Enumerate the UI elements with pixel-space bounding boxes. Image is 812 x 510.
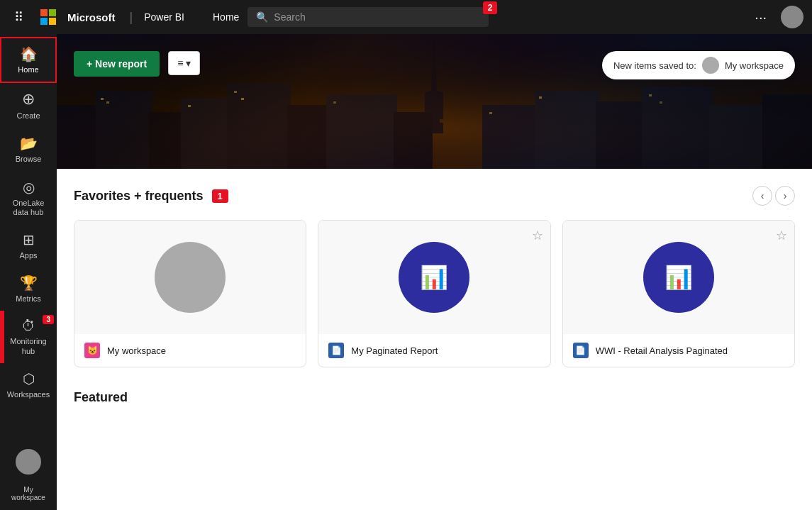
favorites-header: Favorites + frequents 1 ‹ › [74, 186, 795, 206]
card-my-workspace[interactable]: 😺 My workspace [74, 220, 306, 367]
card-type-icon-report: 📄 [573, 343, 589, 358]
my-workspace-label: My workspace [11, 486, 45, 501]
card-thumbnail [74, 221, 306, 334]
search-bar: 🔍 2 [248, 7, 489, 27]
featured-title: Featured [74, 390, 128, 404]
next-arrow-button[interactable]: › [775, 186, 795, 206]
sidebar-item-browse[interactable]: 📂 Browse [0, 128, 57, 171]
sidebar-item-monitoring[interactable]: ⏱ Monitoring hub 3 [0, 311, 57, 362]
sidebar-item-workspaces[interactable]: ⬡ Workspaces [0, 363, 57, 406]
top-nav: ⠿ Microsoft | Power BI Home 🔍 2 ··· [0, 0, 812, 34]
report-circle: 📊 [399, 242, 469, 313]
workspace-circle [155, 242, 226, 313]
nav-location: Home [213, 11, 239, 23]
badge-2: 2 [483, 1, 498, 14]
sidebar-item-home[interactable]: 🏠 Home [0, 37, 57, 83]
card-thumbnail: ☆ 📊 [563, 221, 794, 334]
card-footer: 📄 My Paginated Report [318, 334, 550, 367]
home-icon: 🏠 [20, 45, 38, 62]
star-button[interactable]: ☆ [532, 228, 543, 243]
metrics-icon: 🏆 [20, 275, 38, 292]
card-wwi-retail[interactable]: ☆ 📊 📄 WWI - Retail Analysis Paginated [562, 220, 795, 367]
sidebar-item-metrics[interactable]: 🏆 Metrics [0, 267, 57, 311]
filter-chevron: ▾ [186, 57, 191, 69]
report-icon: 📊 [420, 264, 448, 291]
sidebar: 🏠 Home ⊕ Create 📂 Browse ◎ OneLake data … [0, 34, 57, 510]
waffle-icon[interactable]: ⠿ [9, 6, 29, 28]
onelake-icon: ◎ [23, 179, 35, 196]
sidebar-item-create[interactable]: ⊕ Create [0, 83, 57, 128]
card-footer: 📄 WWI - Retail Analysis Paginated [563, 334, 794, 367]
prev-arrow-button[interactable]: ‹ [752, 186, 772, 206]
hero-actions: + New report ≡ ▾ New items saved to: My … [57, 34, 812, 169]
star-button[interactable]: ☆ [776, 228, 787, 243]
filter-icon: ≡ [177, 57, 183, 69]
workspaces-icon: ⬡ [23, 370, 35, 387]
browse-icon: 📂 [20, 135, 38, 152]
monitoring-icon: ⏱ [21, 318, 35, 334]
new-report-button[interactable]: + New report [74, 51, 160, 77]
card-footer: 😺 My workspace [74, 334, 306, 367]
user-avatar[interactable] [781, 6, 803, 28]
product-text: Power BI [144, 11, 184, 23]
workspace-name: My workspace [725, 60, 784, 71]
monitoring-badge-count: 3 [43, 315, 54, 324]
card-paginated-report[interactable]: ☆ 📊 📄 My Paginated Report [318, 220, 550, 367]
filter-button[interactable]: ≡ ▾ [168, 51, 200, 75]
apps-icon: ⊞ [23, 231, 35, 248]
create-icon: ⊕ [22, 90, 35, 109]
workspace-badge[interactable]: New items saved to: My workspace [602, 51, 795, 79]
card-name: WWI - Retail Analysis Paginated [596, 345, 728, 356]
report-circle: 📊 [643, 242, 714, 313]
more-options-button[interactable]: ··· [749, 6, 772, 28]
report-icon: 📊 [664, 264, 693, 291]
favorites-badge: 1 [212, 189, 228, 203]
microsoft-logo [40, 9, 56, 25]
card-type-icon-report: 📄 [328, 343, 344, 358]
nav-arrows: ‹ › [752, 186, 795, 206]
workspace-dot [702, 57, 719, 74]
workspace-saved-text: New items saved to: [613, 60, 696, 71]
my-workspace-avatar[interactable]: My workspace [11, 449, 45, 501]
search-icon: 🔍 [256, 11, 268, 23]
content-area: Favorites + frequents 1 ‹ › 😺 My workspa… [57, 169, 812, 422]
card-name: My workspace [107, 345, 166, 356]
card-name: My Paginated Report [351, 345, 438, 356]
favorites-title: Favorites + frequents [74, 189, 204, 204]
main-content: + New report ≡ ▾ New items saved to: My … [57, 34, 812, 510]
favorites-cards: 😺 My workspace ☆ 📊 📄 My Pagina [74, 220, 795, 367]
hero-banner: + New report ≡ ▾ New items saved to: My … [57, 34, 812, 169]
brand-text: Microsoft [67, 11, 116, 23]
featured-section: Featured [74, 390, 795, 405]
card-type-icon-workspace: 😺 [84, 343, 100, 358]
monitoring-badge-bar [0, 311, 4, 362]
card-thumbnail: ☆ 📊 [318, 221, 550, 334]
sidebar-item-onelake[interactable]: ◎ OneLake data hub [0, 172, 57, 224]
sidebar-item-apps[interactable]: ⊞ Apps [0, 224, 57, 267]
search-input[interactable] [274, 11, 480, 23]
